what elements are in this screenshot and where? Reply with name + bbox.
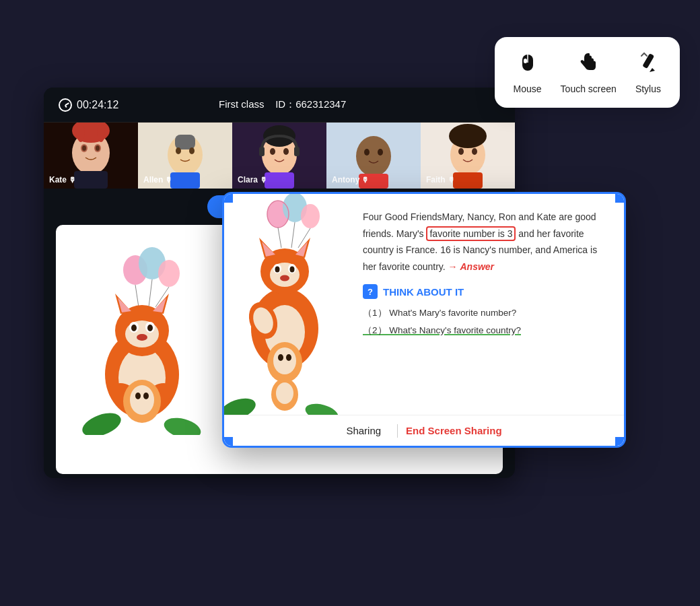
think-questions: （1） What's Mary's favorite number? （2） W… [363, 304, 606, 339]
think-header: ? THINK ABOUT IT [363, 284, 606, 299]
input-device-panel: Mouse Touch screen Stylus [495, 37, 680, 108]
antony-label: Antony 🎙 [332, 175, 369, 184]
sharing-footer-bar: Sharing End Screen Sharing [224, 415, 624, 446]
participant-antony[interactable]: Antony 🎙 [326, 123, 421, 189]
svg-point-15 [97, 123, 105, 142]
svg-point-59 [147, 325, 153, 331]
participant-clara[interactable]: Clara 🎙 [232, 123, 326, 189]
sharing-footer-label: Sharing [346, 425, 389, 436]
overlay-text-area: Four Good FriendsMary, Nancy, Ron and Ka… [345, 194, 624, 415]
svg-line-45 [135, 285, 139, 307]
corner-tl [222, 192, 233, 203]
class-name: First class [219, 98, 265, 110]
svg-point-88 [280, 275, 289, 281]
screen-share-overlay: Four Good FriendsMary, Nancy, Ron and Ka… [222, 192, 626, 448]
svg-line-6 [644, 53, 647, 56]
mouse-device[interactable]: Mouse [514, 50, 542, 94]
touch-device[interactable]: Touch screen [561, 50, 617, 94]
touch-icon [576, 50, 600, 78]
svg-marker-4 [650, 68, 655, 72]
class-info: First class ID：662312347 [219, 98, 346, 111]
corner-br [615, 437, 626, 448]
svg-point-20 [176, 147, 181, 154]
think-section: ? THINK ABOUT IT （1） What's Mary's favor… [363, 284, 606, 339]
participant-faith[interactable]: Faith 🎙 [421, 123, 515, 189]
class-id: ID：662312347 [275, 98, 346, 110]
svg-rect-16 [74, 171, 108, 189]
clara-label: Clara 🎙 [238, 175, 267, 184]
svg-point-87 [290, 267, 295, 273]
allen-label: Allen 🎙 [143, 175, 172, 184]
svg-rect-41 [453, 172, 483, 189]
svg-rect-3 [642, 53, 654, 69]
antony-mic: 🎙 [361, 176, 369, 184]
svg-point-21 [189, 147, 195, 154]
highlight-box: favorite number is 3 [426, 226, 516, 241]
svg-point-40 [472, 148, 477, 155]
svg-point-33 [364, 149, 370, 156]
svg-point-67 [79, 409, 125, 435]
svg-rect-30 [265, 172, 294, 189]
svg-rect-22 [170, 172, 200, 189]
svg-point-97 [224, 394, 258, 415]
participant-kate[interactable]: Kate 🎙 [44, 123, 138, 189]
touch-label: Touch screen [561, 83, 617, 94]
svg-point-34 [378, 149, 383, 156]
think-icon: ? [363, 284, 378, 299]
svg-point-14 [77, 123, 85, 142]
mouse-label: Mouse [514, 83, 542, 94]
svg-point-60 [137, 334, 147, 341]
svg-point-39 [458, 148, 464, 155]
svg-point-98 [304, 401, 341, 415]
footer-divider [397, 424, 398, 438]
stylus-icon [636, 50, 660, 78]
svg-point-38 [449, 124, 487, 148]
svg-point-94 [286, 354, 291, 361]
svg-point-64 [130, 385, 154, 415]
svg-point-68 [162, 414, 203, 435]
svg-rect-2 [524, 59, 527, 63]
faith-mic: 🎙 [448, 176, 455, 184]
stylus-device[interactable]: Stylus [635, 50, 661, 94]
svg-line-46 [149, 279, 152, 307]
svg-point-96 [276, 382, 293, 404]
clara-mic: 🎙 [260, 176, 267, 184]
mouse-icon [516, 50, 540, 78]
kate-mic: 🎙 [69, 176, 76, 184]
svg-point-11 [82, 145, 86, 151]
svg-point-44 [158, 260, 180, 287]
svg-line-74 [291, 222, 295, 248]
svg-point-12 [96, 145, 100, 151]
think-title: THINK ABOUT IT [383, 286, 464, 298]
svg-line-73 [278, 228, 281, 248]
fox-illustration-overlay [224, 194, 345, 415]
svg-point-32 [356, 136, 391, 176]
svg-rect-29 [294, 147, 300, 156]
participant-allen[interactable]: Allen 🎙 [138, 123, 232, 189]
question-2: （2） What's Nancy's favorite country? [363, 322, 606, 339]
svg-point-26 [270, 148, 275, 155]
question-1: （1） What's Mary's favorite number? [363, 304, 606, 322]
participants-row: Kate 🎙 Allen 🎙 [44, 123, 515, 189]
timer: 00:24:12 [59, 98, 118, 112]
clock-icon [59, 98, 72, 112]
allen-mic: 🎙 [165, 176, 172, 184]
end-sharing-button[interactable]: End Screen Sharing [406, 425, 502, 436]
svg-point-58 [131, 325, 137, 331]
corner-tr [615, 192, 626, 203]
timer-value: 00:24:12 [77, 99, 118, 111]
svg-point-92 [273, 347, 296, 374]
kate-label: Kate 🎙 [49, 175, 76, 184]
header-bar: 00:24:12 First class ID：662312347 [44, 88, 515, 123]
svg-point-93 [278, 354, 283, 361]
answer-arrow: → [448, 259, 458, 275]
svg-rect-28 [259, 147, 265, 156]
stylus-label: Stylus [635, 83, 661, 94]
faith-label: Faith 🎙 [426, 175, 455, 184]
svg-point-65 [135, 393, 141, 399]
svg-point-66 [143, 393, 149, 399]
svg-rect-19 [175, 135, 195, 149]
answer-label: Answer [460, 261, 494, 272]
svg-point-27 [283, 148, 289, 155]
overlay-paragraph: Four Good FriendsMary, Nancy, Ron and Ka… [363, 209, 606, 275]
